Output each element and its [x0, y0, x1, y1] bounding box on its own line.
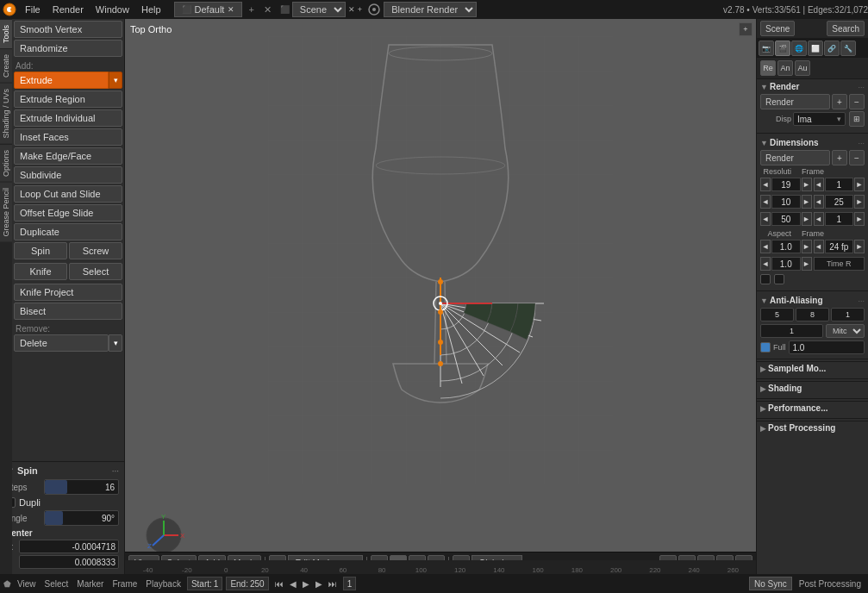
extrude-btn[interactable]: Extrude — [14, 72, 109, 89]
bottom-blender-icon[interactable]: ⬟ — [3, 579, 11, 589]
r-dim-plus-btn[interactable]: + — [832, 150, 847, 165]
y-field[interactable]: 0.0008333 — [19, 555, 119, 569]
duplicate-btn[interactable]: Duplicate — [14, 223, 122, 240]
r-ima-field[interactable]: Ima ▾ — [793, 112, 846, 126]
vtab-create[interactable]: Create — [0, 48, 12, 83]
bottom-frame-btn[interactable]: Frame — [109, 579, 140, 589]
r-asp-x-val[interactable]: 1.0 — [771, 240, 801, 253]
loop-cut-btn[interactable]: Loop Cut and Slide — [14, 185, 122, 203]
bisect-btn[interactable]: Bisect — [14, 303, 122, 320]
r-full-checkbox[interactable] — [760, 342, 771, 353]
r-render-header[interactable]: ▼ Render ··· — [760, 82, 865, 91]
r-dim-header[interactable]: ▼ Dimensions ··· — [760, 138, 865, 147]
vtab-tools[interactable]: Tools — [0, 19, 12, 48]
r-frame1-val[interactable]: 1 — [825, 178, 854, 191]
x-field[interactable]: -0.0004718 — [19, 540, 119, 553]
bottom-playback-btn[interactable]: Playback — [143, 579, 184, 589]
blender-logo[interactable] — [0, 0, 19, 19]
r-render-plus-btn[interactable]: + — [832, 94, 847, 109]
r-postproc-header[interactable]: ▶ Post Processing — [760, 423, 865, 433]
r-asp-y-val[interactable]: 1.0 — [771, 257, 801, 271]
menu-render[interactable]: Render — [47, 0, 90, 19]
r-aa-f4[interactable]: 1 — [760, 324, 823, 338]
menu-file[interactable]: File — [19, 0, 47, 19]
menu-window[interactable]: Window — [90, 0, 135, 19]
r-res-x-inc[interactable]: ► — [802, 178, 812, 191]
menu-help[interactable]: Help — [135, 0, 167, 19]
r-frame1-dec[interactable]: ◄ — [814, 178, 824, 191]
r-search-btn[interactable]: Search — [827, 21, 865, 36]
r-tab-world[interactable]: 🌐 — [791, 41, 807, 56]
r-tab-constraints[interactable]: 🔗 — [824, 41, 840, 56]
r-perf-header[interactable]: ▶ Performance... — [760, 403, 865, 413]
offset-edge-btn[interactable]: Offset Edge Slide — [14, 204, 122, 222]
r-fps-dec[interactable]: ◄ — [814, 240, 824, 253]
r-subtab-render-icon[interactable]: Re — [760, 60, 776, 76]
extrude-dropdown-btn[interactable]: ▾ — [109, 72, 122, 89]
current-frame-field[interactable]: 1 — [343, 577, 357, 590]
screw-btn[interactable]: Screw — [69, 242, 122, 259]
r-dim-render-btn[interactable]: Render — [760, 150, 830, 165]
r-frame25-dec[interactable]: ◄ — [814, 195, 824, 209]
make-edge-face-btn[interactable]: Make Edge/Face — [14, 147, 122, 165]
spin-btn[interactable]: Spin — [14, 242, 67, 259]
remove-workspace-btn[interactable]: ✕ — [260, 4, 275, 16]
r-frame25-val[interactable]: 25 — [825, 195, 854, 209]
r-aa-f2[interactable]: 8 — [796, 308, 829, 321]
viewport[interactable]: Top Ortho + — [125, 19, 756, 574]
add-workspace-btn[interactable]: + — [245, 4, 257, 15]
r-res-z-val[interactable]: 50 — [771, 212, 801, 226]
go-end-btn[interactable]: ⏭ — [326, 579, 340, 589]
r-res-z-inc[interactable]: ► — [802, 212, 812, 226]
r-fps-val[interactable]: 24 fp — [825, 240, 854, 253]
bottom-start-field[interactable]: Start: 1 — [187, 577, 222, 590]
r-full-val-field[interactable]: 1.0 — [789, 340, 865, 354]
r-tab-object[interactable]: ⬜ — [808, 41, 823, 56]
r-render-minus-btn[interactable]: − — [849, 94, 865, 109]
r-res-y-val[interactable]: 10 — [771, 195, 801, 209]
r-res-x-dec[interactable]: ◄ — [760, 178, 771, 191]
knife-btn[interactable]: Knife — [14, 263, 67, 280]
r-scene-btn[interactable]: Scene — [760, 21, 795, 36]
r-fps-inc[interactable]: ► — [854, 240, 865, 253]
bottom-marker-btn[interactable]: Marker — [74, 579, 106, 589]
subdivide-btn[interactable]: Subdivide — [14, 166, 122, 184]
r-tab-modifiers[interactable]: 🔧 — [840, 41, 856, 56]
r-frame1-inc[interactable]: ► — [854, 178, 865, 191]
r-frame25-inc[interactable]: ► — [854, 195, 865, 209]
r-dim-minus-btn[interactable]: − — [849, 150, 865, 165]
r-asp-x-inc[interactable]: ► — [802, 240, 812, 253]
r-sampled-header[interactable]: ▶ Sampled Mo... — [760, 364, 865, 373]
bottom-select-btn[interactable]: Select — [42, 579, 72, 589]
r-res-x-val[interactable]: 19 — [771, 178, 801, 191]
bottom-view-btn[interactable]: View — [15, 579, 39, 589]
go-start-btn[interactable]: ⏮ — [272, 579, 286, 589]
r-asp-y-dec[interactable]: ◄ — [760, 257, 771, 271]
r-framee-val[interactable]: 1 — [825, 212, 854, 226]
extrude-individual-btn[interactable]: Extrude Individual — [14, 109, 122, 127]
r-res-y-dec[interactable]: ◄ — [760, 195, 771, 209]
r-tab-camera[interactable]: 📷 — [759, 41, 774, 56]
extrude-region-btn[interactable]: Extrude Region — [14, 91, 122, 108]
vtab-options[interactable]: Options — [0, 144, 12, 182]
r-aa-f1[interactable]: 5 — [760, 308, 794, 321]
r-aa-header[interactable]: ▼ Anti-Aliasing ··· — [760, 296, 865, 305]
vtab-shading[interactable]: Shading / UVs — [0, 83, 12, 144]
r-check1[interactable] — [760, 274, 771, 284]
r-aa-f3[interactable]: 1 — [831, 308, 865, 321]
inset-faces-btn[interactable]: Inset Faces — [14, 128, 122, 146]
smooth-vertex-btn[interactable]: Smooth Vertex — [14, 21, 122, 38]
r-subtab-anim-icon[interactable]: An — [777, 60, 793, 76]
workspace-tab[interactable]: ⬛ Default ✕ — [174, 2, 243, 17]
r-asp-y-inc[interactable]: ► — [802, 257, 812, 271]
play-fwd-btn[interactable]: ▶ — [313, 579, 325, 589]
vtab-grease[interactable]: Grease Pencil — [0, 182, 12, 242]
engine-select[interactable]: Blender Render — [384, 2, 477, 17]
viewport-expand-btn[interactable]: + — [739, 22, 752, 36]
r-res-y-inc[interactable]: ► — [802, 195, 812, 209]
r-res-z-dec[interactable]: ◄ — [760, 212, 771, 226]
play-back-btn[interactable]: ◀ — [287, 579, 299, 589]
scene-select[interactable]: Scene — [292, 2, 346, 17]
nosync-btn[interactable]: No Sync — [749, 577, 792, 590]
randomize-btn[interactable]: Randomize — [14, 40, 122, 57]
